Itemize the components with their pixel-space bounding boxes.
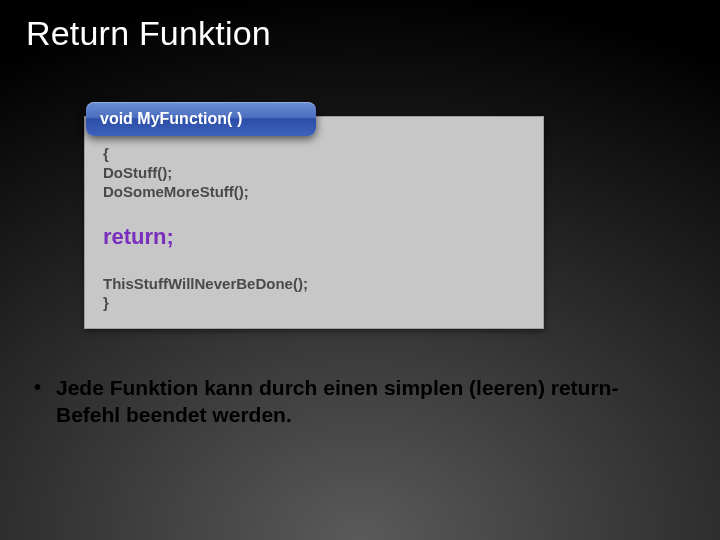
code-body: { DoStuff(); DoSomeMoreStuff(); return; … [85, 117, 543, 328]
code-line-dostuff: DoStuff(); [103, 164, 525, 183]
bullet-text: Jede Funktion kann durch einen simplen (… [56, 374, 680, 429]
code-blank-line [103, 201, 525, 219]
slide: Return Funktion void MyFunction( ) { DoS… [0, 0, 720, 540]
code-header-text: void MyFunction( ) [100, 110, 242, 128]
bullet-marker: • [34, 374, 56, 401]
code-blank-line [103, 257, 525, 275]
code-line-dosomemorestuff: DoSomeMoreStuff(); [103, 183, 525, 202]
code-line-close-brace: } [103, 294, 525, 313]
code-line-never: ThisStuffWillNeverBeDone(); [103, 275, 525, 294]
bullet-item: • Jede Funktion kann durch einen simplen… [34, 374, 680, 429]
code-header-pill: void MyFunction( ) [86, 102, 316, 136]
code-line-return: return; [103, 223, 525, 251]
slide-title: Return Funktion [26, 14, 271, 53]
code-line-open-brace: { [103, 145, 525, 164]
code-card: { DoStuff(); DoSomeMoreStuff(); return; … [84, 116, 544, 329]
